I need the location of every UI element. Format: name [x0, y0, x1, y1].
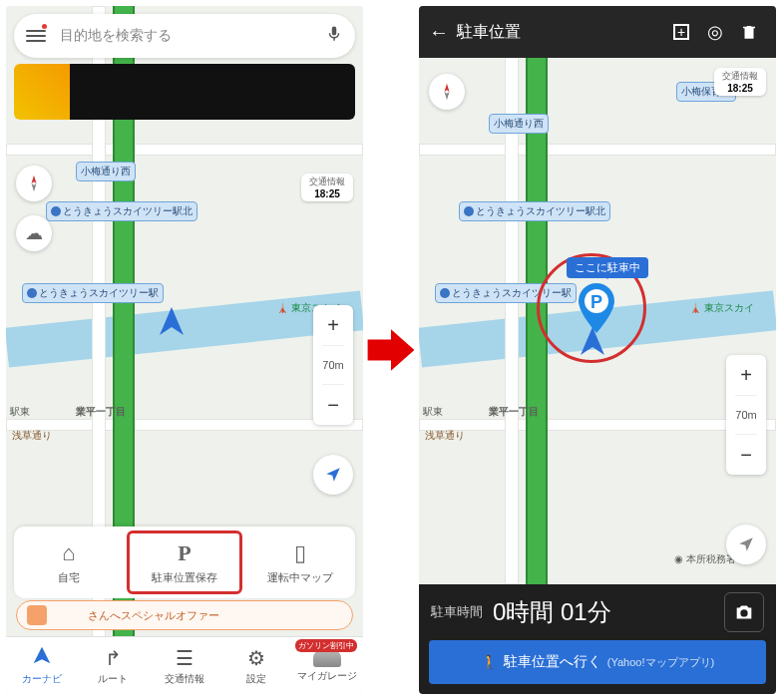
parking-pin[interactable]: P [577, 283, 616, 333]
label-koume-w: 小梅通り西 [76, 162, 136, 181]
special-offer-bar[interactable]: さんへスペシャルオファー [16, 600, 353, 630]
svg-text:P: P [590, 292, 602, 312]
label-asakusa: 浅草通り [12, 429, 52, 443]
svg-marker-10 [445, 92, 450, 100]
quick-drive-map[interactable]: ▯ 運転中マップ [246, 526, 355, 598]
app-bar: ← 駐車位置 ◎ [419, 6, 776, 58]
tab-garage[interactable]: ガソリン割引中 マイガレージ [291, 637, 363, 694]
label-narihira: 業平一丁目 [76, 405, 126, 419]
zoom-control: + 70m − [726, 355, 766, 475]
delete-button[interactable] [732, 15, 766, 49]
svg-marker-9 [445, 84, 450, 92]
compass-button[interactable] [16, 166, 52, 201]
label-east: 駅東 [10, 405, 30, 419]
current-location-marker [154, 305, 190, 341]
parking-tooltip: ここに駐車中 [567, 257, 648, 278]
traffic-chip[interactable]: 交通情報 18:25 [301, 174, 353, 201]
quick-save-parking[interactable]: P 駐車位置保存 [127, 530, 241, 594]
screen-before: とうきょうスカイツリー駅北 とうきょうスカイツリー駅 小梅通り西 🗼 東京スカイ… [6, 6, 363, 694]
discount-badge: ガソリン割引中 [295, 639, 357, 652]
label-taxoffice: ◉ 本所税務署 [674, 552, 736, 566]
quick-action-row: ⌂ 自宅 P 駐車位置保存 ▯ 運転中マップ [14, 526, 355, 598]
parking-time-label: 駐車時間 [431, 603, 483, 621]
gear-icon: ⚙ [247, 646, 265, 670]
gift-icon [27, 605, 47, 625]
bottom-tab-bar: カーナビ ↱ルート ☰交通情報 ⚙設定 ガソリン割引中 マイガレージ [6, 636, 363, 694]
svg-marker-1 [32, 175, 37, 183]
traffic-icon: ☰ [176, 646, 194, 670]
tab-settings[interactable]: ⚙設定 [220, 637, 292, 694]
station-skytree-north: とうきょうスカイツリー駅北 [459, 201, 610, 221]
traffic-chip[interactable]: 交通情報 18:25 [714, 68, 766, 96]
navigate-icon [32, 645, 52, 670]
poi-skytree: 🗼 東京スカイ [689, 301, 754, 315]
label-east: 駅東 [423, 405, 443, 419]
zoom-out-button[interactable]: − [327, 385, 339, 425]
recenter-button[interactable] [313, 455, 353, 495]
svg-marker-3 [326, 468, 340, 482]
zoom-out-button[interactable]: − [740, 435, 752, 475]
walk-icon: 🚶 [481, 654, 498, 670]
svg-marker-0 [160, 307, 184, 335]
svg-marker-2 [32, 183, 37, 191]
add-button[interactable] [664, 15, 698, 49]
zoom-control: + 70m − [313, 305, 353, 425]
parking-time-value: 0時間 01分 [493, 596, 714, 628]
target-button[interactable]: ◎ [698, 15, 732, 49]
appbar-title: 駐車位置 [457, 22, 664, 43]
transition-arrow [363, 324, 419, 376]
label-narihira: 業平一丁目 [489, 405, 539, 419]
search-placeholder: 目的地を検索する [60, 27, 325, 45]
tab-route[interactable]: ↱ルート [78, 637, 150, 694]
label-asakusa: 浅草通り [425, 429, 465, 443]
parking-panel: 駐車時間 0時間 01分 🚶 駐車位置へ行く (Yahoo!マップアプリ) [419, 584, 776, 694]
svg-marker-11 [739, 537, 753, 551]
tab-carnavi[interactable]: カーナビ [6, 637, 78, 694]
station-skytree: とうきょうスカイツリー駅 [22, 283, 164, 303]
station-skytree-north: とうきょうスカイツリー駅北 [46, 201, 197, 221]
parking-icon: P [178, 540, 191, 566]
compass-button[interactable] [429, 74, 465, 110]
zoom-scale: 70m [322, 345, 343, 385]
svg-marker-5 [368, 329, 415, 371]
label-koume-w: 小梅通り西 [489, 114, 549, 134]
zoom-scale: 70m [735, 395, 756, 435]
tab-traffic[interactable]: ☰交通情報 [149, 637, 220, 694]
home-icon: ⌂ [62, 540, 75, 566]
camera-button[interactable] [724, 592, 764, 632]
zoom-in-button[interactable]: + [740, 355, 752, 395]
menu-icon[interactable] [26, 30, 46, 42]
search-bar[interactable]: 目的地を検索する [14, 14, 355, 58]
map-icon: ▯ [294, 540, 306, 566]
screen-after: とうきょうスカイツリー駅北 とうきょうスカイツリー駅 小梅通り西 小梅保育園 🗼… [419, 6, 776, 694]
weather-button[interactable]: ☁ [16, 215, 52, 251]
navigate-to-parking-button[interactable]: 🚶 駐車位置へ行く (Yahoo!マップアプリ) [429, 640, 766, 684]
route-icon: ↱ [105, 646, 122, 670]
back-button[interactable]: ← [429, 21, 457, 44]
zoom-in-button[interactable]: + [327, 305, 339, 345]
recenter-button[interactable] [726, 525, 766, 564]
quick-home[interactable]: ⌂ 自宅 [14, 526, 123, 598]
mic-icon[interactable] [325, 25, 343, 47]
svg-marker-4 [33, 647, 50, 664]
ad-banner[interactable] [14, 64, 355, 120]
